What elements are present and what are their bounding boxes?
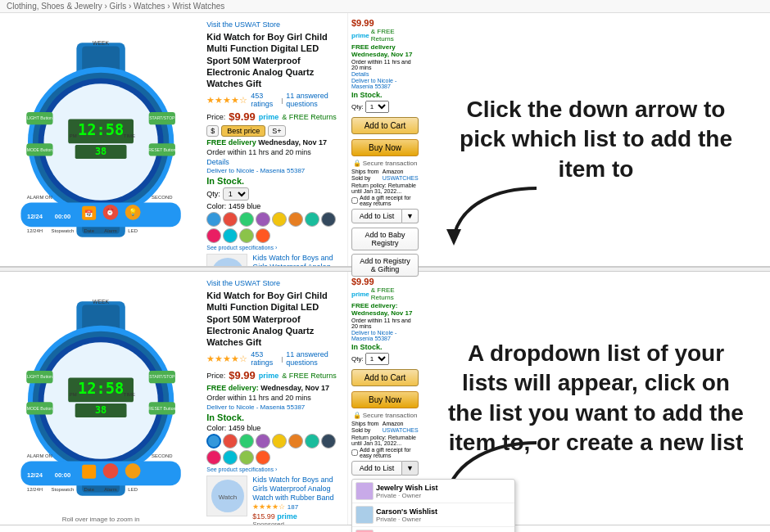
dropdown-item-name-0: Jewelry Wish List [376,484,437,492]
svg-text:LED: LED [128,228,138,232]
gift-receipt-checkbox-1[interactable] [351,197,358,204]
details-link-1[interactable]: Details [206,158,342,166]
svg-text:12/24: 12/24 [27,471,43,478]
related-rating-count-2[interactable]: 187 [288,503,298,511]
add-to-cart-btn-1[interactable]: Add to Cart [351,117,419,134]
swatch-cyan[interactable] [223,228,238,243]
qty-select-1[interactable]: 1 [223,187,249,201]
add-to-list-btn-2[interactable]: Add to List [351,461,402,476]
swatch-yellow-2[interactable] [272,434,287,449]
swatch-blue[interactable] [206,212,221,227]
panel-1: WEEK 12:58 38 LIGHT Button [0,13,770,267]
ships-from-1: Ships fromAmazon Sold byUSWATCHES [351,169,419,181]
svg-text:12/24H: 12/24H [27,486,43,491]
swatch-lime-2[interactable] [239,450,254,465]
gift-receipt-checkbox-2[interactable] [351,449,358,456]
related-product-1: Watch Kids Watch for Boys and Girls Wate… [206,254,342,266]
dropdown-item-2[interactable]: Craft ideas for Carson Collaborator [352,527,514,532]
svg-text:12/24: 12/24 [27,212,43,219]
related-img-1: Watch [206,254,247,266]
related-title-2[interactable]: Kids Watch for Boys and Girls Waterproof… [252,476,342,502]
dropdown-item-1[interactable]: Carson's Wishlist Private · Owner [352,503,514,527]
svg-rect-70 [125,462,141,478]
dropdown-item-meta-1: Private · Owner [376,516,437,523]
price-cart-2: $9.99 [351,277,419,286]
deliver-to-cart-2[interactable]: Deliver to Nicole - Masenia 55387 [351,330,419,341]
swatch-dark[interactable] [321,212,336,227]
related-title-1[interactable]: Kids Watch for Boys and Girls Waterproof… [252,254,342,266]
qty-select-cart-2[interactable]: 1 [365,353,389,365]
in-stock-1: In Stock. [206,176,342,186]
swatch-deeporange[interactable] [256,228,270,243]
svg-text:START/STOP: START/STOP [149,115,175,120]
secure-txt-1: Secure transaction [363,160,418,167]
swatch-cyan-2[interactable] [223,450,238,465]
add-to-list-btn-1[interactable]: Add to List [351,209,402,223]
swatch-yellow[interactable] [272,212,287,227]
store-link-1[interactable]: Visit the USWAT Store [206,20,280,29]
delivery-info-2: FREE delivery: Wednesday, Nov 17 [206,384,342,392]
buy-now-btn-2[interactable]: Buy Now [351,391,419,408]
dropdown-item-0[interactable]: Jewelry Wish List Private · Owner [352,480,514,503]
right-section-1: $9.99 prime & FREE Returns FREE delivery… [348,13,770,266]
swatch-lime[interactable] [239,228,254,243]
svg-text:ALARM ON: ALARM ON [27,453,52,458]
annotation-area-1: Click the down arrow to pick which list … [422,13,770,266]
svg-text:38: 38 [95,404,106,415]
qty-select-cart-1[interactable]: 1 [365,101,389,113]
deliver-to-2[interactable]: Deliver to Nicole - Masenia 55387 [206,404,342,411]
deliver-to-1[interactable]: Deliver to Nicole - Masenia 55387 [206,167,342,174]
add-to-registry-btn-1[interactable]: Add to Baby Registry [351,228,419,250]
ratings-2: ★★★★☆ 453 ratings | 11 answered question… [206,350,342,367]
details-cart-1[interactable]: Details [351,71,419,77]
svg-text:LIGHT Button: LIGHT Button [27,374,52,379]
rating-count-2[interactable]: 453 ratings [251,350,278,367]
panel-2: WEEK 12:58 38 LIGHT Button MODE Button S… [0,272,770,525]
svg-text:00:00: 00:00 [55,471,71,478]
dropdown-arrow-btn-1[interactable]: ▼ [402,209,419,223]
svg-text:PM: PM [70,392,77,397]
add-to-list-row-1: Add to List ▼ [351,209,419,223]
svg-text:ALARM ON: ALARM ON [27,195,52,200]
add-to-list-container-2: Add to List ▼ Jewelry Wish List Private … [351,461,419,476]
swatch-purple[interactable] [256,212,270,227]
swatch-deeporange-2[interactable] [256,450,270,465]
swatch-blue-2[interactable] [206,434,221,449]
see-product-specs-2[interactable]: See product specifications › [206,467,342,472]
order-within-cart-1: Order within 11 hrs and 20 mins [351,59,419,70]
swatch-teal[interactable] [305,212,319,227]
dropdown-item-icon-1 [356,506,374,524]
swatch-pink-2[interactable] [206,450,221,465]
swatch-orange[interactable] [288,212,303,227]
store-link-2[interactable]: Visit the USWAT Store [206,279,280,287]
rating-count-1[interactable]: 453 ratings [251,92,278,108]
buy-now-btn-1[interactable]: Buy Now [351,139,419,156]
qa-count-1[interactable]: 11 answered questions [286,92,342,108]
swatch-green[interactable] [239,212,254,227]
swatch-red-2[interactable] [223,434,238,449]
return-policy-1: Return policy: Returnable until Jan 31, … [351,183,419,194]
dropdown-arrow-btn-2[interactable]: ▼ [402,461,419,476]
swatch-orange-2[interactable] [288,434,303,449]
qa-count-2[interactable]: 11 answered questions [286,350,342,367]
svg-text:MODE Button: MODE Button [27,405,53,410]
annotation-text-1: Click the down arrow to pick which list … [442,95,750,184]
deliver-to-cart-1[interactable]: Deliver to Nicole - Masenia 55387 [351,78,419,89]
swatch-purple-2[interactable] [256,434,270,449]
see-product-specs-1[interactable]: See product specifications › [206,245,342,250]
swatch-teal-2[interactable] [305,434,319,449]
svg-text:Stopwatch: Stopwatch [52,486,75,491]
svg-text:TIME: TIME [124,133,135,138]
swatch-pink[interactable] [206,228,221,243]
svg-text:💡: 💡 [129,207,138,216]
dropdown-item-info-0: Jewelry Wish List Private · Owner [376,484,437,499]
add-to-cart-btn-2[interactable]: Add to Cart [351,369,419,386]
swatch-red[interactable] [223,212,238,227]
svg-text:38: 38 [95,145,106,156]
color-label-1: Color: 1459 blue [206,202,342,210]
swatch-green-2[interactable] [239,434,254,449]
price-row-2: Price: $9.99 prime & FREE Returns [206,369,342,381]
svg-text:Watch: Watch [219,494,237,501]
swatch-dark-2[interactable] [321,434,336,449]
prime-2: prime [259,372,279,380]
